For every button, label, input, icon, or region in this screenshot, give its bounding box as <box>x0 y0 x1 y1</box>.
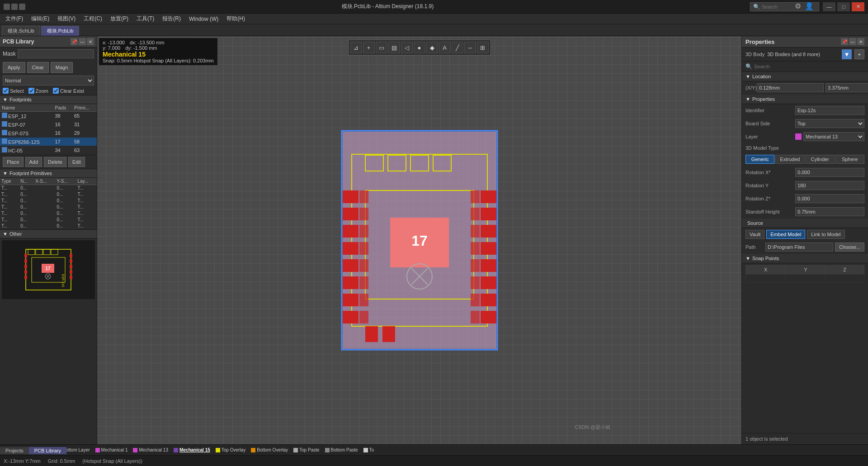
footprints-table-container[interactable]: Name Pads Primi... ESP_123865 ESP-071631… <box>0 104 97 155</box>
tab-schlib[interactable]: 模块.SchLib <box>2 26 40 36</box>
location-section-header[interactable]: ▼ Location <box>742 72 868 81</box>
list-item[interactable]: T...0...0...T... <box>0 204 97 210</box>
menu-help[interactable]: 帮助(H) <box>223 14 249 24</box>
rotation-x-input[interactable] <box>795 168 864 177</box>
rotation-y-input[interactable] <box>795 181 864 190</box>
add-tool[interactable]: + <box>363 42 375 53</box>
left-panel-minimize-btn[interactable]: — <box>79 38 86 45</box>
erase-tool[interactable]: ◁ <box>401 42 413 53</box>
menu-file[interactable]: 文件(F) <box>2 14 27 24</box>
layer-mech13[interactable]: Mechanical 13 <box>131 447 170 453</box>
table-row-selected[interactable]: ESP8266-12S1758 <box>0 138 97 146</box>
mode-select[interactable]: Normal <box>3 76 94 86</box>
add-filter-button[interactable]: + <box>854 49 864 59</box>
layer-select[interactable]: Mechanical 13 <box>803 132 864 141</box>
choose-button[interactable]: Choose... <box>835 243 864 252</box>
pcb-library-tab[interactable]: PCB Library <box>29 447 66 454</box>
select-checkbox-label[interactable]: Select <box>3 88 24 94</box>
clear-exist-checkbox[interactable] <box>53 88 59 94</box>
board-side-select[interactable]: Top Bottom <box>795 119 864 128</box>
edit-button[interactable]: Edit <box>68 157 85 167</box>
account-icon[interactable]: 👤 <box>805 2 814 10</box>
primitives-section-header[interactable]: ▼ Footprint Primitives <box>0 169 97 178</box>
right-panel-close-btn[interactable]: ✕ <box>857 38 864 45</box>
filter-tool[interactable]: ⊿ <box>350 42 362 53</box>
mask-input[interactable] <box>18 49 94 58</box>
cylinder-button[interactable]: Cylinder <box>806 155 835 164</box>
right-panel-minimize-btn[interactable]: — <box>849 38 856 45</box>
circle-tool[interactable]: ● <box>414 42 425 53</box>
select-checkbox[interactable] <box>3 88 9 94</box>
zoom-checkbox-label[interactable]: Zoom <box>28 88 48 94</box>
minimize-button[interactable]: — <box>823 2 835 11</box>
filter-button[interactable]: ▼ <box>842 49 852 59</box>
table-row[interactable]: HC-053463 <box>0 146 97 155</box>
properties-section-header[interactable]: ▼ Properties <box>742 95 868 104</box>
chart-tool[interactable]: ▤ <box>388 42 400 53</box>
prim-col-n[interactable]: N... <box>19 178 34 185</box>
layer-top-paste[interactable]: Top Paste <box>292 447 321 453</box>
col-pads[interactable]: Pads <box>53 104 72 112</box>
close-button[interactable]: ✕ <box>852 2 864 11</box>
layer-top-short[interactable]: To <box>362 447 376 453</box>
generic-button[interactable]: Generic <box>745 155 774 164</box>
col-prims[interactable]: Primi... <box>72 104 97 112</box>
pcb-component[interactable]: 17 ESP-12S <box>338 127 501 353</box>
property-search-input[interactable] <box>754 64 864 69</box>
footprints-section-header[interactable]: ▼ Footprints <box>0 95 97 104</box>
settings-icon[interactable]: ⚙ <box>795 2 801 10</box>
primitives-table-container[interactable]: Type N... X-S... Y-S... Lay... T...0...0… <box>0 178 97 229</box>
list-item[interactable]: T...0...0...T... <box>0 217 97 223</box>
snap-section-header[interactable]: ▼ Snap Points <box>742 254 868 263</box>
menu-edit[interactable]: 编辑(E) <box>28 14 53 24</box>
extruded-button[interactable]: Extruded <box>775 155 804 164</box>
prim-col-y[interactable]: Y-S... <box>56 178 76 185</box>
source-section-header[interactable]: Source <box>742 219 868 228</box>
menu-view[interactable]: 视图(V) <box>54 14 79 24</box>
menu-tools[interactable]: 工具(T) <box>133 14 158 24</box>
diamond-tool[interactable]: ◆ <box>426 42 438 53</box>
menu-place[interactable]: 放置(P) <box>107 14 132 24</box>
layer-bottom-overlay[interactable]: Bottom Overlay <box>249 447 290 453</box>
maximize-button[interactable]: □ <box>837 2 850 11</box>
link-to-model-button[interactable]: Link to Model <box>807 230 844 239</box>
menu-report[interactable]: 报告(R) <box>159 14 184 24</box>
prim-col-lay[interactable]: Lay... <box>76 178 97 185</box>
snap-col-x[interactable]: X <box>746 266 786 274</box>
menu-project[interactable]: 工程(C) <box>80 14 106 24</box>
properties-scroll[interactable]: ▼ Location (X/Y) 🔒 ▼ Properties Identifi… <box>742 72 868 433</box>
projects-tab[interactable]: Projects <box>0 447 29 454</box>
location-x-input[interactable] <box>757 83 824 92</box>
prim-col-x[interactable]: X-S... <box>34 178 55 185</box>
layer-mech15[interactable]: Mechanical 15 <box>172 447 212 453</box>
place-button[interactable]: Place <box>3 157 24 167</box>
table-row[interactable]: ESP-071631 <box>0 120 97 129</box>
text-tool[interactable]: A <box>439 42 451 53</box>
layer-bottom-paste[interactable]: Bottom Paste <box>323 447 360 453</box>
list-item[interactable]: T...0...0...T... <box>0 185 97 191</box>
other-section-header[interactable]: ▼ Other <box>0 229 97 238</box>
zoom-checkbox[interactable] <box>28 88 34 94</box>
layer-mech1[interactable]: Mechanical 1 <box>94 447 130 453</box>
snap-col-z[interactable]: Z <box>826 266 864 274</box>
canvas-area[interactable]: x: -13.000 dx: -13.500 mm y: 7.000 dy: -… <box>97 36 741 444</box>
delete-button[interactable]: Delete <box>44 157 66 167</box>
table-row[interactable]: ESP-07S1629 <box>0 129 97 138</box>
right-panel-pin-btn[interactable]: 📌 <box>841 38 848 45</box>
left-panel-close-btn[interactable]: ✕ <box>87 38 94 45</box>
sphere-button[interactable]: Sphere <box>835 155 864 164</box>
list-item[interactable]: T...0...0...T... <box>0 223 97 229</box>
snap-col-y[interactable]: Y <box>786 266 826 274</box>
list-item[interactable]: T...0...0...T... <box>0 191 97 198</box>
dim-tool[interactable]: ↔ <box>464 42 476 53</box>
list-item[interactable]: T...0...0...T... <box>0 210 97 217</box>
rotation-z-input[interactable] <box>795 194 864 203</box>
menu-window[interactable]: Window (W) <box>185 15 222 23</box>
rect-tool[interactable]: ▭ <box>376 42 387 53</box>
path-input[interactable] <box>765 243 833 252</box>
magni-button[interactable]: Magn <box>51 62 73 73</box>
embed-model-button[interactable]: Embed Model <box>766 230 805 239</box>
table-row[interactable]: ESP_123865 <box>0 112 97 120</box>
standoff-input[interactable] <box>795 207 864 216</box>
apply-button[interactable]: Apply <box>3 62 25 73</box>
